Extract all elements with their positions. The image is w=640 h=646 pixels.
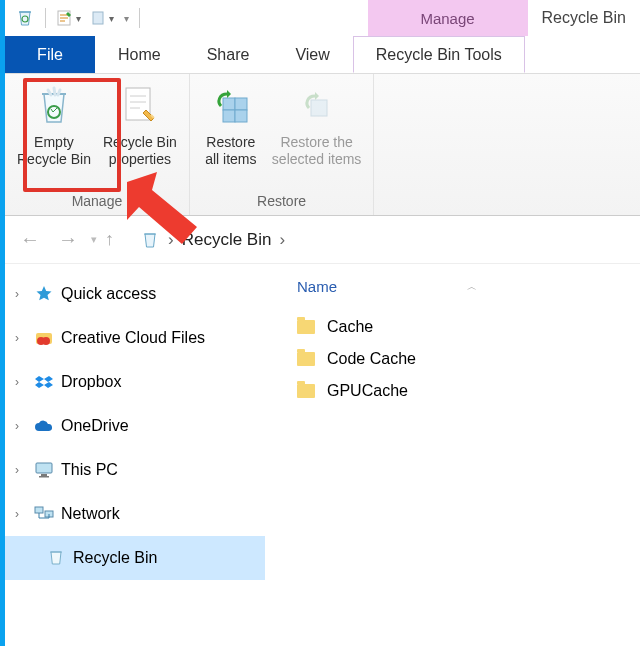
view-tab[interactable]: View	[272, 36, 352, 73]
qat-customize-icon[interactable]: ▾	[91, 10, 114, 26]
chevron-right-icon[interactable]: ›	[15, 331, 27, 345]
list-item[interactable]: Cache	[275, 311, 630, 343]
chevron-right-icon[interactable]: ›	[15, 463, 27, 477]
sort-ascending-icon[interactable]: ︿	[467, 280, 477, 294]
group-restore-label: Restore	[196, 191, 367, 211]
restore-all-label: Restore all items	[205, 134, 256, 168]
chevron-right-icon[interactable]: ›	[15, 375, 27, 389]
svg-rect-7	[223, 110, 235, 122]
contextual-tab-manage[interactable]: Manage	[368, 0, 528, 36]
forward-button: →	[53, 228, 83, 251]
body: › Quick access › Creative Cloud Files › …	[5, 264, 640, 646]
item-name: Code Cache	[327, 350, 416, 368]
chevron-right-icon[interactable]: ›	[15, 287, 27, 301]
network-icon	[33, 503, 55, 525]
column-name-label: Name	[297, 278, 337, 295]
nav-label: Dropbox	[61, 373, 121, 391]
restore-selected-button: Restore the selected items	[266, 78, 367, 191]
recycle-bin-tools-tab[interactable]: Recycle Bin Tools	[353, 36, 525, 73]
up-button[interactable]: ↑	[105, 229, 114, 250]
nav-network[interactable]: › Network	[5, 492, 265, 536]
group-manage-label: Manage	[11, 191, 183, 211]
recycle-bin-icon	[45, 547, 67, 569]
recycle-bin-icon	[15, 8, 35, 28]
restore-selected-label: Restore the selected items	[272, 134, 361, 168]
window-title: Recycle Bin	[528, 0, 640, 36]
recycle-bin-properties-button[interactable]: Recycle Bin properties	[97, 78, 183, 191]
qat-overflow-icon[interactable]: ▾	[124, 13, 129, 24]
chevron-right-icon[interactable]: ›	[15, 507, 27, 521]
empty-recycle-bin-label: Empty Recycle Bin	[17, 134, 91, 168]
svg-rect-14	[36, 463, 52, 473]
svg-rect-17	[35, 507, 43, 513]
nav-dropbox[interactable]: › Dropbox	[5, 360, 265, 404]
svg-rect-2	[93, 12, 103, 24]
nav-label: Network	[61, 505, 120, 523]
restore-selected-icon	[293, 82, 341, 130]
svg-rect-16	[39, 476, 49, 478]
this-pc-icon	[33, 459, 55, 481]
breadcrumb-root[interactable]: Recycle Bin	[182, 230, 272, 250]
recycle-bin-full-icon	[30, 82, 78, 130]
onedrive-icon	[33, 415, 55, 437]
nav-onedrive[interactable]: › OneDrive	[5, 404, 265, 448]
file-tab[interactable]: File	[5, 36, 95, 73]
properties-label: Recycle Bin properties	[103, 134, 177, 168]
navigation-bar: ← → ▾ ↑ › Recycle Bin ›	[5, 216, 640, 264]
star-icon	[33, 283, 55, 305]
nav-label: OneDrive	[61, 417, 129, 435]
svg-rect-8	[235, 110, 247, 122]
ribbon-tabs: File Home Share View Recycle Bin Tools	[5, 36, 640, 74]
svg-rect-5	[223, 98, 235, 110]
folder-icon	[297, 384, 315, 398]
nav-quick-access[interactable]: › Quick access	[5, 272, 265, 316]
dropbox-icon	[33, 371, 55, 393]
back-button[interactable]: ←	[15, 228, 45, 251]
restore-all-button[interactable]: Restore all items	[196, 78, 266, 191]
nav-label: Quick access	[61, 285, 156, 303]
svg-point-13	[42, 337, 50, 345]
title-bar: ▾ ▾ ▾ Manage Recycle Bin	[5, 0, 640, 36]
nav-label: Recycle Bin	[73, 549, 157, 567]
nav-this-pc[interactable]: › This PC	[5, 448, 265, 492]
folder-icon	[297, 352, 315, 366]
share-tab[interactable]: Share	[184, 36, 273, 73]
list-item[interactable]: Code Cache	[275, 343, 630, 375]
ribbon: Empty Recycle Bin Recycle Bin properties…	[5, 74, 640, 216]
group-restore: Restore all items Restore the selected i…	[190, 74, 374, 215]
properties-qat-icon[interactable]: ▾	[56, 9, 81, 27]
breadcrumb[interactable]: › Recycle Bin ›	[168, 230, 285, 250]
recent-locations-icon[interactable]: ▾	[91, 233, 97, 246]
svg-rect-9	[311, 100, 327, 116]
svg-rect-6	[235, 98, 247, 110]
item-name: GPUCache	[327, 382, 408, 400]
breadcrumb-icon	[140, 230, 160, 250]
nav-creative-cloud[interactable]: › Creative Cloud Files	[5, 316, 265, 360]
content-pane: Name ︿ Cache Code Cache GPUCache	[265, 264, 640, 646]
item-name: Cache	[327, 318, 373, 336]
navigation-pane: › Quick access › Creative Cloud Files › …	[5, 264, 265, 646]
folder-icon	[297, 320, 315, 334]
empty-recycle-bin-button[interactable]: Empty Recycle Bin	[11, 78, 97, 191]
properties-icon	[116, 82, 164, 130]
home-tab[interactable]: Home	[95, 36, 184, 73]
restore-all-icon	[207, 82, 255, 130]
svg-rect-15	[41, 474, 47, 476]
group-manage: Empty Recycle Bin Recycle Bin properties…	[5, 74, 190, 215]
nav-label: This PC	[61, 461, 118, 479]
nav-recycle-bin[interactable]: Recycle Bin	[5, 536, 265, 580]
nav-label: Creative Cloud Files	[61, 329, 205, 347]
chevron-right-icon: ›	[168, 230, 174, 250]
creative-cloud-icon	[33, 327, 55, 349]
column-header-name[interactable]: Name ︿	[275, 274, 630, 311]
chevron-right-icon: ›	[279, 230, 285, 250]
list-item[interactable]: GPUCache	[275, 375, 630, 407]
chevron-right-icon[interactable]: ›	[15, 419, 27, 433]
